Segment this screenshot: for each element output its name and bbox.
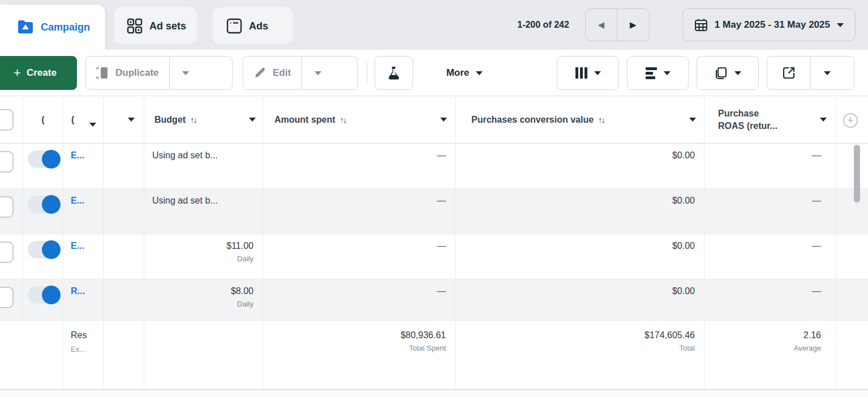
date-range-picker[interactable]: 1 May 2025 - 31 May 2025 <box>682 8 856 41</box>
total-spent-label: Total Spent <box>263 344 446 352</box>
header-delivery[interactable] <box>104 96 144 143</box>
header-amount-spent[interactable]: Amount spent ↑↓ <box>263 96 456 143</box>
columns-button[interactable] <box>557 56 619 90</box>
ad-sets-grid-icon <box>127 18 143 34</box>
summary-row: Res Ex... $80,936.61 Total Spent $174,60… <box>0 321 868 390</box>
actions-toolbar: + Create Duplicate Edit <box>0 50 868 96</box>
more-button[interactable]: More <box>431 56 498 90</box>
sort-icon: ↑↓ <box>598 115 604 124</box>
select-all-checkbox[interactable] <box>0 109 14 131</box>
purchases-conversion-value-cell: $0.00 <box>456 279 704 320</box>
add-column-button[interactable]: + <box>843 113 858 128</box>
export-button[interactable] <box>767 57 810 89</box>
tab-campaign[interactable]: Campaign <box>0 5 105 50</box>
entity-tab-bar: Campaign Ad sets Ads 1-200 of 242 <box>0 0 868 50</box>
row-checkbox[interactable] <box>0 287 14 308</box>
tab-ads[interactable]: Ads <box>213 7 293 45</box>
chevron-down-icon <box>128 118 135 125</box>
budget-amount: $8.00 <box>144 286 253 296</box>
header-purchase-roas-label: Purchase ROAS (retur... <box>718 107 777 132</box>
edit-button-label: Edit <box>273 67 291 79</box>
table-header-row: ( ( Budget ↑↓ Amount spent ↑↓ Purchases … <box>0 96 868 144</box>
campaign-name-link[interactable]: E... <box>63 189 104 234</box>
campaign-name-link[interactable]: R... <box>63 279 104 320</box>
campaign-toggle[interactable] <box>28 241 61 258</box>
duplicate-dropdown-button[interactable] <box>169 57 202 89</box>
toggle-knob <box>42 150 61 169</box>
campaign-toggle[interactable] <box>28 150 61 168</box>
reports-button[interactable] <box>697 56 759 90</box>
duplicate-split-button: Duplicate <box>85 56 233 90</box>
purchases-total-value: $174,605.46 <box>456 330 695 340</box>
pagination-prev-button[interactable]: ◀ <box>586 9 617 41</box>
summary-excludes-label: Ex... <box>71 345 103 353</box>
header-off-on[interactable]: ( <box>23 96 63 143</box>
table-row: R... $8.00 Daily — $0.00 — <box>0 279 868 321</box>
chevron-down-icon <box>837 23 844 31</box>
table-row: E... Using ad set b... — $0.00 — <box>0 144 868 189</box>
plus-icon: + <box>848 115 854 127</box>
budget-cell: Using ad set b... <box>144 144 263 188</box>
export-split-button <box>767 56 854 90</box>
delivery-cell <box>104 189 144 234</box>
table-row: E... Using ad set b... — $0.00 — <box>0 189 868 234</box>
purchases-total-label: Total <box>456 344 695 352</box>
budget-cell: $11.00 Daily <box>144 234 263 279</box>
pencil-icon <box>253 67 266 79</box>
header-budget[interactable]: Budget ↑↓ <box>144 96 263 143</box>
summary-results-label: Res <box>71 330 103 340</box>
flask-icon <box>387 66 401 80</box>
tab-ad-sets-label: Ad sets <box>149 20 186 32</box>
plus-icon: + <box>14 66 21 80</box>
create-button[interactable]: + Create <box>0 56 77 90</box>
chevron-down-icon <box>820 118 827 125</box>
edit-dropdown-button[interactable] <box>301 57 334 89</box>
vertical-scrollbar[interactable] <box>854 145 860 202</box>
edit-split-button: Edit <box>243 56 358 90</box>
budget-amount: $11.00 <box>144 241 253 251</box>
budget-type: Daily <box>144 300 253 308</box>
summary-roas-cell: 2.16 Average <box>704 321 836 389</box>
amount-spent-cell: — <box>263 279 456 320</box>
edit-button[interactable]: Edit <box>243 57 301 89</box>
campaign-toggle[interactable] <box>28 196 61 213</box>
campaign-name-link[interactable]: E... <box>63 144 104 188</box>
row-checkbox[interactable] <box>0 196 14 218</box>
tab-ad-sets[interactable]: Ad sets <box>114 7 197 45</box>
header-purchases-conversion-value-label: Purchases conversion value <box>471 115 594 125</box>
next-arrow-icon: ▶ <box>630 20 637 30</box>
duplicate-icon <box>96 66 109 80</box>
breakdown-button[interactable] <box>627 56 689 90</box>
duplicate-button[interactable]: Duplicate <box>86 57 169 89</box>
export-icon <box>782 66 796 80</box>
breakdown-icon <box>646 67 657 79</box>
roas-average-label: Average <box>704 344 821 352</box>
pagination-range: 1-200 of 242 <box>517 20 569 30</box>
ab-test-button[interactable] <box>375 56 413 90</box>
header-purchases-conversion-value[interactable]: Purchases conversion value ↑↓ <box>456 96 704 143</box>
amount-spent-cell: — <box>263 234 456 279</box>
purchase-roas-cell: — <box>704 279 836 320</box>
toggle-knob <box>42 195 61 214</box>
header-purchase-roas[interactable]: Purchase ROAS (retur... <box>704 96 836 143</box>
header-campaign-name[interactable]: ( <box>63 96 104 143</box>
chevron-down-icon <box>824 71 831 79</box>
export-dropdown-button[interactable] <box>810 57 843 89</box>
budget-cell: Using ad set b... <box>144 189 263 234</box>
campaign-toggle[interactable] <box>28 286 61 304</box>
summary-amount-spent-cell: $80,936.61 Total Spent <box>263 321 456 389</box>
row-checkbox[interactable] <box>0 151 14 172</box>
chevron-down-icon <box>476 71 483 79</box>
campaign-folder-icon <box>17 20 34 34</box>
delivery-cell <box>104 279 144 320</box>
row-checkbox[interactable] <box>0 241 14 263</box>
toolbar-divider <box>367 62 367 84</box>
calendar-icon <box>694 18 708 32</box>
pagination-next-button[interactable]: ▶ <box>617 9 649 41</box>
chevron-down-icon <box>315 71 321 79</box>
summary-purchases-cell: $174,605.46 Total <box>456 321 704 389</box>
summary-results-cell: Res Ex... <box>63 321 104 389</box>
amount-spent-cell: — <box>263 189 456 234</box>
campaign-name-link[interactable]: E... <box>63 234 104 279</box>
sort-icon: ↑↓ <box>340 115 346 124</box>
